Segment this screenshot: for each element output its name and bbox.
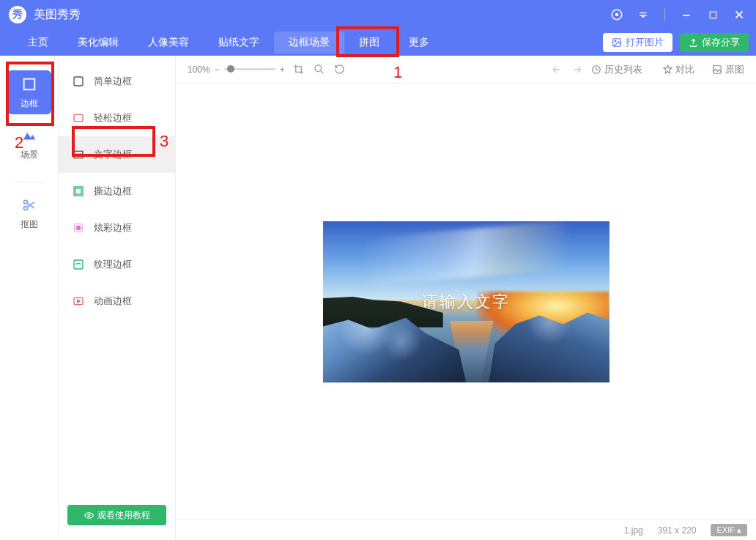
open-image-button[interactable]: 打开图片 [603,33,672,52]
nav-home[interactable]: 主页 [13,32,63,53]
panel-animated-label: 动画边框 [94,295,132,308]
history-button[interactable]: 历史列表 [591,63,642,76]
panel-texture-frame[interactable]: 纹理边框 [59,246,175,283]
clock-icon [591,64,601,75]
scene-icon [21,127,38,144]
sidebar-frame-label: 边框 [21,97,38,110]
svg-point-1 [616,14,618,16]
zoom-out-icon[interactable]: − [215,64,220,75]
save-share-label: 保存分享 [702,36,740,49]
zoom-value: 100% [188,64,210,75]
status-filename: 1.jpg [624,525,643,536]
history-label: 历史列表 [604,63,642,76]
undo-icon[interactable] [550,63,563,76]
dropdown-icon[interactable] [635,7,651,23]
nav-more[interactable]: 更多 [394,32,444,53]
animated-frame-icon [72,295,85,308]
magnify-icon[interactable] [313,63,326,76]
sidebar-scene-label: 场景 [21,149,38,161]
message-icon[interactable] [609,7,625,23]
tutorial-button[interactable]: 观看使用教程 [67,505,166,525]
svg-line-24 [321,70,324,73]
nav-frame-scene[interactable]: 边框场景 [274,32,344,53]
frame-icon [21,75,38,93]
svg-rect-13 [74,77,83,86]
sidebar-item-scene[interactable]: 场景 [7,122,51,166]
frame-panel: 简单边框 轻松边框 文字边框 撕边边框 炫彩边框 纹理边框 动画边框 [59,56,176,540]
original-label: 原图 [725,63,744,76]
panel-texture-label: 纹理边框 [94,258,132,271]
zoom-slider[interactable] [224,68,275,70]
svg-point-22 [87,514,89,516]
panel-colorful-label: 炫彩边框 [94,221,132,234]
sidebar: 边框 场景 抠图 [0,56,59,540]
colorful-frame-icon [72,221,85,234]
titlebar: 秀 美图秀秀 [0,0,756,29]
original-button[interactable]: 原图 [712,63,744,76]
compare-label: 对比 [675,63,694,76]
export-icon [689,38,698,48]
statusbar: 1.jpg 391 x 220 EXIF ▴ [176,519,756,540]
navbar: 主页 美化编辑 人像美容 贴纸文字 边框场景 拼图 更多 打开图片 保存分享 [0,29,756,56]
titlebar-controls [609,7,747,23]
image-preview[interactable]: 请输入文字 [323,221,609,382]
panel-colorful-frame[interactable]: 炫彩边框 [59,210,175,246]
torn-frame-icon [72,185,85,198]
text-frame-icon [72,148,85,161]
svg-rect-14 [74,114,83,121]
panel-simple-label: 简单边框 [94,75,132,88]
separator [664,8,665,21]
canvas-toolbar: 100% − + 历史列表 对比 原图 [176,56,756,84]
exif-button[interactable]: EXIF ▴ [711,524,747,536]
save-share-button[interactable]: 保存分享 [680,33,749,52]
sidebar-separator [15,182,44,182]
simple-frame-icon [72,75,85,88]
open-image-label: 打开图片 [626,36,664,49]
easy-frame-icon [72,111,85,125]
compare-button[interactable]: 对比 [663,63,694,76]
maximize-icon[interactable] [705,7,721,23]
zoom-in-icon[interactable]: + [280,64,285,75]
svg-rect-3 [710,12,716,18]
svg-point-23 [315,65,322,72]
sidebar-cutout-label: 抠图 [21,218,38,231]
panel-torn-label: 撕边边框 [94,185,132,198]
rotate-icon[interactable] [333,63,346,76]
panel-torn-frame[interactable]: 撕边边框 [59,173,175,210]
svg-point-7 [615,40,616,42]
tutorial-label: 观看使用教程 [97,509,150,522]
nav-sticker[interactable]: 贴纸文字 [204,32,274,53]
app-logo-icon: 秀 [9,6,26,23]
eye-icon [84,511,94,520]
svg-rect-18 [75,188,81,194]
redo-icon[interactable] [571,63,584,76]
panel-text-label: 文字边框 [94,148,132,161]
text-frame-placeholder[interactable]: 请输入文字 [422,291,510,313]
app-title: 美图秀秀 [34,7,609,23]
svg-rect-8 [23,78,34,89]
close-icon[interactable] [731,7,747,23]
star-icon [663,64,672,74]
panel-text-frame[interactable]: 文字边框 [59,136,175,173]
panel-easy-frame[interactable]: 轻松边框 [59,100,175,136]
sidebar-item-cutout[interactable]: 抠图 [7,191,51,235]
status-dimensions: 391 x 220 [658,525,697,536]
panel-animated-frame[interactable]: 动画边框 [59,283,175,319]
svg-point-10 [23,206,27,210]
image-icon [612,37,622,48]
canvas[interactable]: 请输入文字 [176,84,756,519]
nav-portrait[interactable]: 人像美容 [133,32,204,53]
nav-collage[interactable]: 拼图 [344,32,394,53]
picture-icon [712,64,722,75]
crop-icon[interactable] [292,63,305,76]
panel-simple-frame[interactable]: 简单边框 [59,63,175,100]
svg-rect-20 [74,260,83,269]
nav-beautify[interactable]: 美化编辑 [63,32,133,53]
sidebar-item-frame[interactable]: 边框 [7,70,51,114]
zoom-control[interactable]: 100% − + [188,64,285,75]
minimize-icon[interactable] [678,7,694,23]
svg-point-9 [23,200,27,204]
panel-easy-label: 轻松边框 [94,111,132,125]
texture-frame-icon [72,258,85,271]
scissors-icon [21,196,38,214]
